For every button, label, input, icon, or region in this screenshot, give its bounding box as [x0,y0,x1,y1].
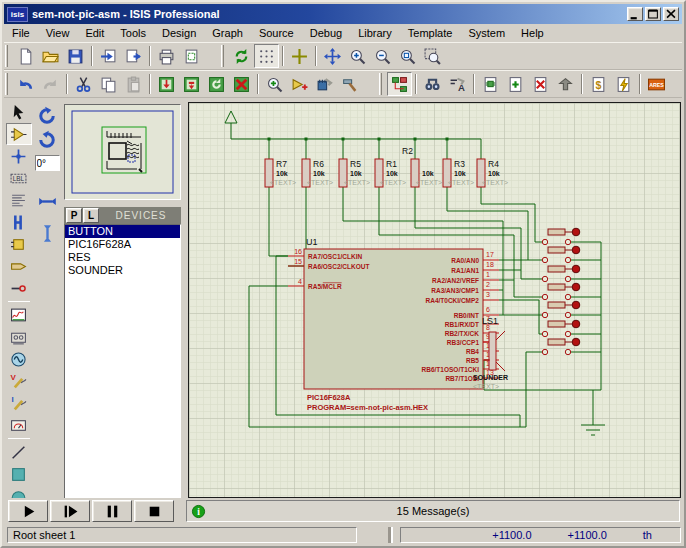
menu-edit[interactable]: Edit [77,25,112,41]
rotate-anticlockwise-button[interactable] [34,128,60,152]
block-delete-button[interactable] [229,72,254,96]
menu-design[interactable]: Design [154,25,204,41]
open-button[interactable] [38,44,63,68]
button-actuator-dot[interactable] [572,301,580,309]
device-list-item[interactable]: PIC16F628A [65,238,180,251]
text-script-mode-button[interactable] [6,189,32,211]
toolbar-grip[interactable] [5,73,8,95]
selection-mode-button[interactable] [6,101,32,123]
zoom-all-button[interactable] [395,44,420,68]
virtual-instrument-mode-button[interactable] [6,414,32,436]
netlist-to-ares-button[interactable]: ARES [644,72,669,96]
wire-autorouter-button[interactable] [387,72,412,96]
rotate-clockwise-button[interactable] [34,104,60,128]
refresh-button[interactable] [229,44,254,68]
configure-button[interactable] [312,72,337,96]
block-move-button[interactable] [179,72,204,96]
mirror-vertical-button[interactable] [34,221,60,245]
junction-dot-mode-button[interactable] [6,145,32,167]
block-copy-button[interactable] [154,72,179,96]
button-actuator-dot[interactable] [572,265,580,273]
menu-file[interactable]: File [4,25,38,41]
toolbar-grip[interactable] [379,73,382,95]
zoom-to-component-button[interactable] [262,72,287,96]
hammer-button[interactable] [337,72,362,96]
menu-source[interactable]: Source [251,25,302,41]
redo-button[interactable] [38,72,63,96]
step-button[interactable] [50,500,90,522]
block-rotate-button[interactable] [204,72,229,96]
button-actuator-dot[interactable] [572,338,580,346]
ic-pic16f628a[interactable]: U116RA7/OSC1/CLKIN15RA6/OSC2/CLKOUT4RA5/… [294,237,494,412]
zoom-in-button[interactable] [345,44,370,68]
menu-view[interactable]: View [38,25,78,41]
new-file-button[interactable] [13,44,38,68]
button-actuator-dot[interactable] [572,228,580,236]
remove-sheet-button[interactable] [528,72,553,96]
menu-graph[interactable]: Graph [204,25,251,41]
pause-button[interactable] [92,500,132,522]
stop-button[interactable] [134,500,174,522]
component-mode-button[interactable] [6,123,32,145]
device-list-item[interactable]: BUTTON [65,225,180,238]
export-button[interactable] [121,44,146,68]
menu-help[interactable]: Help [513,25,552,41]
save-button[interactable] [63,44,88,68]
menu-template[interactable]: Template [400,25,461,41]
2d-box-mode-button[interactable] [6,463,32,485]
import-button[interactable] [96,44,121,68]
device-list-item[interactable]: SOUNDER [65,264,180,277]
device-list-item[interactable]: RES [65,251,180,264]
schematic-edit-area[interactable]: R710k<TEXT>R610k<TEXT>R510k<TEXT>R110k<T… [188,102,681,498]
origin-button[interactable] [287,44,312,68]
print-button[interactable] [154,44,179,68]
button-actuator-dot[interactable] [572,283,580,291]
design-explorer-button[interactable] [478,72,503,96]
undo-button[interactable] [13,72,38,96]
pan-button[interactable] [320,44,345,68]
2d-line-mode-button[interactable] [6,441,32,463]
schematic-overview[interactable] [64,104,181,200]
bus-mode-button[interactable] [6,211,32,233]
menu-debug[interactable]: Debug [302,25,350,41]
toolbar-grip[interactable] [5,45,8,67]
subcircuit-mode-button[interactable] [6,233,32,255]
toolbar-grip[interactable] [221,45,224,67]
device-pin-mode-button[interactable] [6,277,32,299]
voltage-probe-mode-button[interactable]: V [6,370,32,392]
electrical-check-button[interactable] [611,72,636,96]
search-tag-button[interactable] [420,72,445,96]
rotation-angle-input[interactable] [35,155,60,171]
generator-mode-button[interactable] [6,348,32,370]
goto-component-button[interactable] [287,72,312,96]
menu-library[interactable]: Library [350,25,400,41]
terminal-mode-button[interactable] [6,255,32,277]
wire-label-mode-button[interactable]: LBL [6,167,32,189]
bill-of-materials-button[interactable]: $ [586,72,611,96]
pick-p-button[interactable]: P [66,208,82,223]
button-actuator-dot[interactable] [572,246,580,254]
menu-system[interactable]: System [460,25,513,41]
grid-button[interactable] [254,44,279,68]
new-sheet-button[interactable] [503,72,528,96]
pick-l-button[interactable]: L [83,208,99,223]
mirror-horizontal-button[interactable] [34,189,60,213]
copy-button[interactable] [96,72,121,96]
cut-button[interactable] [71,72,96,96]
zoom-out-button[interactable] [370,44,395,68]
play-button[interactable] [8,500,48,522]
maximize-button[interactable] [645,7,661,21]
close-button[interactable] [663,7,679,21]
schematic-canvas[interactable]: R710k<TEXT>R610k<TEXT>R510k<TEXT>R110k<T… [189,103,680,497]
current-probe-mode-button[interactable]: I [6,392,32,414]
minimize-button[interactable] [627,7,643,21]
mark-output-area-button[interactable] [179,44,204,68]
zoom-area-button[interactable] [420,44,445,68]
paste-button[interactable] [121,72,146,96]
goto-parent-button[interactable] [553,72,578,96]
property-assignment-button[interactable]: A [445,72,470,96]
tape-recorder-mode-button[interactable] [6,326,32,348]
graph-mode-button[interactable] [6,304,32,326]
button-actuator-dot[interactable] [572,320,580,328]
message-panel[interactable]: i 15 Message(s) [186,500,680,522]
